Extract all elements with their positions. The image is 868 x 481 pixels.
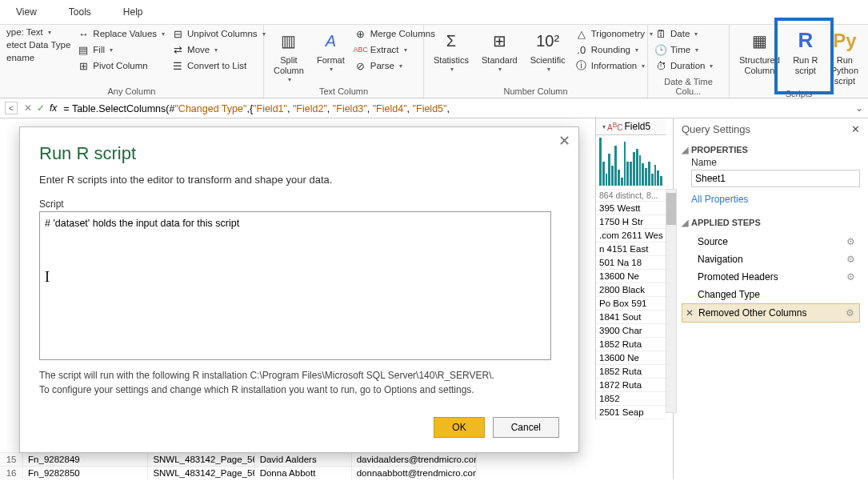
date-btn[interactable]: 🗓Date▾	[653, 26, 724, 41]
table-cell[interactable]: 1872 Ruta	[596, 379, 666, 392]
pivot-icon: ⊞	[77, 59, 90, 72]
query-settings-title: Query Settings	[682, 123, 750, 135]
table-cell[interactable]: 501 Na 18	[596, 256, 666, 270]
run-python-script-btn[interactable]: PyRun Python script	[826, 26, 863, 89]
formula-apply-icon[interactable]: ✓	[37, 102, 45, 114]
duration-btn[interactable]: ⏱Duration▾	[653, 58, 724, 73]
gear-icon[interactable]: ⚙	[846, 254, 855, 265]
format-icon: A	[318, 28, 343, 54]
format-btn[interactable]: A Format▾	[312, 26, 350, 75]
formula-cancel-icon[interactable]: ✕	[24, 102, 32, 114]
table-cell[interactable]: 3900 Char	[596, 324, 666, 338]
menu-tools[interactable]: Tools	[53, 3, 107, 21]
pivot-column-btn[interactable]: ⊞Pivot Column	[75, 58, 166, 73]
gear-icon[interactable]: ⚙	[846, 307, 854, 319]
table-cell[interactable]: 1852 Ruta	[596, 338, 666, 351]
caret-icon[interactable]: ◢	[682, 145, 688, 154]
trig-btn[interactable]: △Trigonometry▾	[574, 26, 654, 41]
table-cell[interactable]: 2501 Seap	[596, 406, 666, 419]
column-sparkline	[596, 135, 666, 190]
detect-data-type-btn[interactable]: etect Data Type	[5, 39, 72, 50]
gear-icon[interactable]: ⚙	[846, 236, 855, 247]
split-column-btn[interactable]: ▥ Split Column▾	[269, 26, 309, 86]
table-cell[interactable]: 13600 Ne	[596, 351, 666, 365]
information-btn[interactable]: ⓘInformation▾	[574, 58, 654, 73]
scientific-btn[interactable]: 10²Scientific▾	[526, 26, 570, 75]
script-editor[interactable]: # 'dataset' holds the input data for thi…	[39, 211, 551, 360]
applied-step[interactable]: ✕Removed Other Columns⚙	[682, 303, 860, 323]
table-row[interactable]: 15Fn_9282849SNWL_483142_Page_5659David A…	[0, 452, 477, 466]
formula-text[interactable]: = Table.SelectColumns(#"Changed Type",{"…	[63, 102, 847, 114]
close-query-settings-icon[interactable]: ✕	[851, 123, 860, 135]
move-btn[interactable]: ⇄Move▾	[170, 42, 267, 57]
name-label: Name	[691, 157, 860, 168]
merge-icon: ⊕	[354, 27, 367, 40]
ok-button[interactable]: OK	[434, 417, 484, 438]
text-cursor: I	[45, 269, 50, 285]
rounding-btn[interactable]: .0Rounding▾	[574, 42, 654, 57]
r-install-path-info: The script will run with the following R…	[39, 368, 559, 383]
data-type-btn[interactable]: ype: Text▾	[5, 26, 72, 38]
r-icon: R	[793, 28, 818, 54]
extract-icon: ABC	[354, 43, 367, 56]
structured-icon: ▦	[746, 28, 772, 54]
replace-values-btn[interactable]: ↔Replace Values▾	[75, 26, 166, 41]
statistics-btn[interactable]: ΣStatistics▾	[429, 26, 474, 75]
parse-icon: ⊘	[354, 59, 367, 72]
applied-step[interactable]: Source⚙	[682, 233, 860, 251]
list-icon: ☰	[171, 59, 184, 72]
menu-view[interactable]: View	[0, 3, 53, 21]
table-cell[interactable]: Po Box 591	[596, 297, 666, 311]
applied-steps-heading: APPLIED STEPS	[691, 218, 761, 227]
unpivot-icon: ⊟	[171, 27, 184, 40]
table-cell[interactable]: 1852	[596, 392, 666, 406]
formula-expand-icon[interactable]: ⌄	[855, 102, 863, 114]
vertical-scrollbar[interactable]	[666, 189, 677, 413]
distinct-count: 864 distinct, 8...	[596, 190, 666, 202]
dialog-title: Run R script	[39, 143, 559, 164]
standard-btn[interactable]: ⊞Standard▾	[477, 26, 522, 75]
menu-help[interactable]: Help	[107, 3, 159, 21]
query-name-input[interactable]	[691, 170, 860, 187]
applied-step[interactable]: Navigation⚙	[682, 251, 860, 268]
fx-icon[interactable]: fx	[50, 102, 57, 114]
group-any-column: Any Column	[5, 86, 258, 98]
gear-icon[interactable]: ⚙	[846, 271, 855, 283]
table-cell[interactable]: 1841 Sout	[596, 311, 666, 324]
standard-icon: ⊞	[486, 28, 512, 54]
structured-column-btn[interactable]: ▦Structured Column	[734, 26, 785, 78]
nav-back-btn[interactable]: <	[5, 102, 18, 114]
table-cell[interactable]: 1852 Ruta	[596, 365, 666, 379]
table-row[interactable]: 16Fn_9282850SNWL_483142_Page_5659Donna A…	[0, 466, 477, 479]
table-cell[interactable]: 395 Westt	[596, 202, 666, 215]
info-icon: ⓘ	[575, 59, 588, 72]
table-cell[interactable]: .com 2611 Wes	[596, 229, 666, 243]
replace-icon: ↔	[77, 27, 90, 40]
run-r-script-btn[interactable]: RRun R script	[788, 26, 823, 78]
dialog-intro: Enter R scripts into the editor to trans…	[39, 174, 559, 186]
cancel-button[interactable]: Cancel	[493, 417, 559, 438]
unpivot-btn[interactable]: ⊟Unpivot Columns▾	[170, 26, 267, 41]
table-cell[interactable]: 1750 H Str	[596, 215, 666, 229]
table-cell[interactable]: 2800 Black	[596, 283, 666, 297]
table-cell[interactable]: n 4151 East	[596, 243, 666, 256]
time-btn[interactable]: 🕒Time▾	[653, 42, 724, 57]
rename-btn[interactable]: ename	[5, 52, 72, 63]
group-text-column: Text Column	[269, 86, 418, 98]
split-icon: ▥	[276, 28, 302, 54]
group-scripts: Scripts	[734, 89, 863, 100]
r-configure-info: To configure your settings and change wh…	[39, 383, 559, 397]
all-properties-link[interactable]: All Properties	[691, 187, 748, 205]
convert-to-list-btn[interactable]: ☰Convert to List	[170, 58, 267, 73]
applied-step[interactable]: Changed Type	[682, 286, 860, 303]
dialog-close-icon[interactable]: ✕	[558, 132, 570, 150]
caret-icon[interactable]: ◢	[682, 218, 688, 227]
applied-step[interactable]: Promoted Headers⚙	[682, 268, 860, 286]
column-header-field5[interactable]: ▾ ABC Field5	[596, 118, 666, 135]
delete-step-icon[interactable]: ✕	[686, 307, 694, 319]
fill-btn[interactable]: ▤Fill▾	[75, 42, 166, 57]
scientific-icon: 10²	[535, 28, 561, 54]
table-cell[interactable]: 13600 Ne	[596, 270, 666, 283]
group-number-column: Number Column	[429, 86, 642, 98]
time-icon: 🕒	[654, 43, 667, 56]
